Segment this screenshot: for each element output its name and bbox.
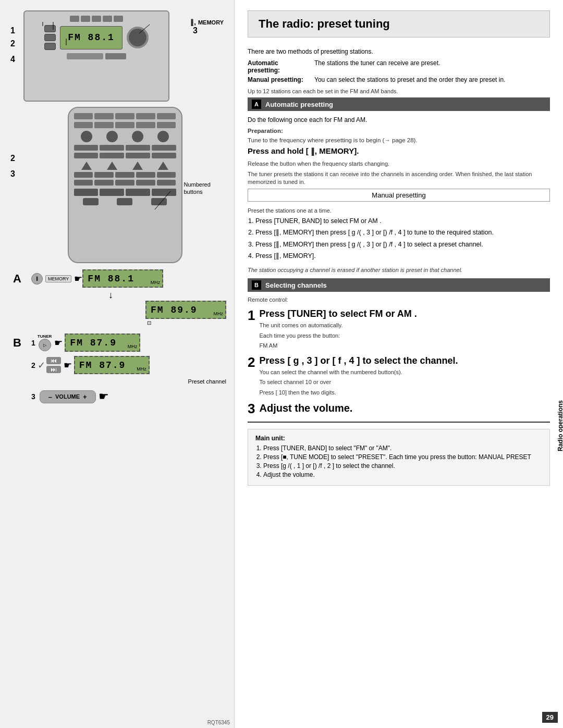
erase-note: The station occupying a channel is erase… xyxy=(248,266,550,274)
page-container: 1 2 4 ‖, MEMORY 3 xyxy=(0,0,563,728)
step-b-1-num: 1 xyxy=(31,339,35,347)
step-1-note3: FM AM xyxy=(259,342,417,350)
page-number: 29 xyxy=(542,712,558,723)
right-panel: The radio: preset tuning There are two m… xyxy=(235,0,563,728)
stations-note: Up to 12 stations can each be set in the… xyxy=(248,88,550,95)
hand-icon-a1: ☛ xyxy=(74,273,82,285)
skip-fwd-btn[interactable]: ⏭ xyxy=(46,366,61,373)
page-title: The radio: preset tuning xyxy=(259,17,539,31)
manual-label: Manual presetting: xyxy=(248,76,310,83)
memory-label-area: ‖, MEMORY xyxy=(190,18,224,26)
full-divider xyxy=(248,422,550,423)
release-text: Release the button when the frequency st… xyxy=(248,160,550,168)
label-4: 3 xyxy=(193,26,198,35)
section-b-header: B Selecting channels xyxy=(248,278,550,292)
label-1: 1 xyxy=(10,26,15,35)
manual-step-3: Press [‖, MEMORY] then press [ g /( , 3 … xyxy=(255,240,550,250)
auto-desc: The stations the tuner can receive are p… xyxy=(314,59,550,74)
tuner-button[interactable]: ▷ xyxy=(39,339,51,351)
section-b-illustrations: B 1 TUNER ▷ ☛ FM 87.9 MHz xyxy=(13,334,226,403)
hand-icon-b2: ☛ xyxy=(64,360,72,371)
step-3-number: 3 xyxy=(248,402,255,415)
hand-icon-b3: ☛ xyxy=(99,390,109,403)
main-unit-step-3: Press [g /( , 1 ] or [) /f , 2 ] to sele… xyxy=(263,462,542,470)
lcd-a1-text: FM 88.1 xyxy=(88,274,134,284)
main-unit-box: Main unit: Press [TUNER, BAND] to select… xyxy=(248,429,550,486)
intro-methods: Automatic presetting: The stations the t… xyxy=(248,59,550,83)
manual-step-2: Press [‖, MEMORY] then press [ g /( , 3 … xyxy=(255,228,550,238)
manual-steps-list: Press [TUNER, BAND] to select FM or AM .… xyxy=(248,217,550,261)
manual-step-4: Press [‖, MEMORY]. xyxy=(255,252,550,261)
step-2-container: 2 Press [ g , 3 ] or [ f , 4 ] to select… xyxy=(248,355,550,399)
rqt-code: RQT6345 xyxy=(207,720,230,725)
auto-label: Automatic presetting: xyxy=(248,59,310,74)
section-a-instruction: Do the following once each for FM and AM… xyxy=(248,115,550,125)
step-1-note1: The unit comes on automatically. xyxy=(259,322,417,329)
manual-step-1: Press [TUNER, BAND] to select FM or AM . xyxy=(255,217,550,226)
step-b-3-num: 3 xyxy=(31,392,35,401)
main-unit-step-4: Adjust the volume. xyxy=(263,471,542,478)
lcd-a2-text: FM 89.9 xyxy=(151,305,198,315)
step-3-container: 3 Adjust the volume. xyxy=(248,402,550,415)
step-2-note1: You can select the channel with the numb… xyxy=(259,368,458,376)
manual-desc: You can select the stations to preset an… xyxy=(314,76,550,83)
remote-label-2: 2 xyxy=(10,154,15,163)
step-2-text: Press [ g , 3 ] or [ f , 4 ] to select t… xyxy=(259,355,458,367)
lcd-a2-icon: ⊡ xyxy=(31,320,151,326)
memory-symbol: ‖, xyxy=(190,18,196,26)
press-hold-title: Press and hold [ ‖, MEMORY]. xyxy=(248,146,550,156)
step-3-text: Adjust the volume. xyxy=(259,402,352,414)
section-a-title: Automatic presetting xyxy=(265,101,333,108)
volume-minus: – xyxy=(48,393,52,401)
section-b-badge: B xyxy=(252,280,261,290)
lcd-b1-text: FM 87.9 xyxy=(70,338,117,348)
step-1-number: 1 xyxy=(248,309,255,322)
lcd-b1: FM 87.9 MHz xyxy=(65,334,140,352)
tuner-label: TUNER xyxy=(38,334,52,339)
lcd-b2-unit: MHz xyxy=(137,366,146,372)
manual-instruction: Preset the stations one at a time. xyxy=(248,207,550,215)
numbered-buttons-label: Numbered buttons xyxy=(184,181,223,196)
tuner-text: The tuner presets the stations it can re… xyxy=(248,170,550,187)
intro-line1: There are two methods of presetting stat… xyxy=(248,47,550,56)
lcd-a2-unit: MHz xyxy=(214,311,224,316)
volume-plus: + xyxy=(83,393,87,401)
step-2-number: 2 xyxy=(248,355,255,369)
label-3: 4 xyxy=(10,55,15,64)
step-b-2-num: 2 xyxy=(31,361,35,369)
step-1-note2: Each time you press the button: xyxy=(259,332,417,340)
page-title-box: The radio: preset tuning xyxy=(248,10,550,38)
lcd-a1-unit: MHz xyxy=(151,280,161,285)
lcd-b2: FM 87.9 MHz xyxy=(74,356,150,374)
skip-back-btn[interactable]: ⏮ xyxy=(46,357,61,364)
preparation-text: Tune to the frequency where presetting i… xyxy=(248,137,550,143)
arrow-down-a: ↓ xyxy=(70,290,151,301)
step-1-container: 1 Press [TUNER] to select FM or AM . The… xyxy=(248,309,550,352)
remote-control-label: Remote control: xyxy=(248,296,550,304)
hand-icon-b1: ☛ xyxy=(54,337,63,349)
stereo-device: FM 88.1 xyxy=(23,10,169,102)
volume-control: – VOLUME + xyxy=(40,390,96,403)
main-unit-step-1: Press [TUNER, BAND] to select "FM" or "A… xyxy=(263,445,542,452)
lcd-a1: FM 88.1 MHz xyxy=(82,269,163,288)
lcd-b2-text: FM 87.9 xyxy=(79,360,126,371)
memory-button-a[interactable]: ‖ xyxy=(31,273,43,285)
section-a-big-label: A xyxy=(13,272,21,286)
manual-presetting-box: Manual presetting xyxy=(248,189,550,202)
main-unit-step-2: Press [■, TUNE MODE] to select "PRESET".… xyxy=(263,453,542,461)
section-a-illustrations: A ‖ MEMORY ☛ FM 88.1 MHz ↓ xyxy=(13,269,226,326)
memory-text: MEMORY xyxy=(198,19,224,26)
left-panel: 1 2 4 ‖, MEMORY 3 xyxy=(0,0,235,728)
device-knob xyxy=(127,27,149,48)
section-b-title: Selecting channels xyxy=(265,281,327,289)
volume-label: VOLUME xyxy=(55,393,80,400)
preparation-label: Preparation: xyxy=(248,128,550,134)
remote-control: Numbered buttons xyxy=(68,107,182,263)
device-lcd: FM 88.1 xyxy=(60,26,123,50)
remote-label-3: 3 xyxy=(10,169,15,179)
manual-presetting-title: Manual presetting xyxy=(372,191,425,199)
section-a-badge: A xyxy=(252,100,261,109)
section-a-header: A Automatic presetting xyxy=(248,97,550,111)
step-1-text: Press [TUNER] to select FM or AM . xyxy=(259,309,417,320)
preset-channel-label: Preset channel xyxy=(31,378,226,385)
